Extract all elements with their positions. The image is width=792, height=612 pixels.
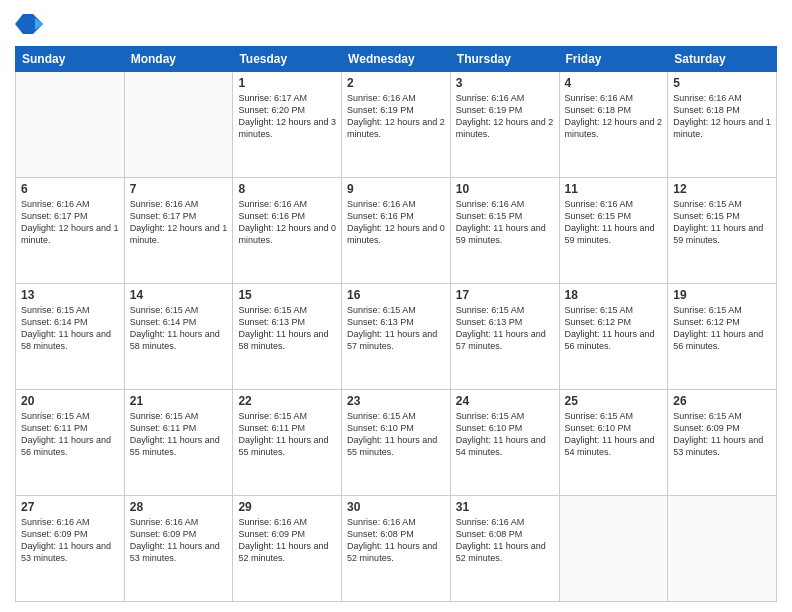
day-info: Sunrise: 6:15 AM Sunset: 6:10 PM Dayligh… xyxy=(565,410,663,459)
calendar-week-2: 13Sunrise: 6:15 AM Sunset: 6:14 PM Dayli… xyxy=(16,284,777,390)
calendar-cell: 16Sunrise: 6:15 AM Sunset: 6:13 PM Dayli… xyxy=(342,284,451,390)
calendar-cell: 31Sunrise: 6:16 AM Sunset: 6:08 PM Dayli… xyxy=(450,496,559,602)
header xyxy=(15,10,777,38)
day-info: Sunrise: 6:16 AM Sunset: 6:08 PM Dayligh… xyxy=(456,516,554,565)
day-number: 16 xyxy=(347,288,445,302)
day-number: 21 xyxy=(130,394,228,408)
calendar-cell: 20Sunrise: 6:15 AM Sunset: 6:11 PM Dayli… xyxy=(16,390,125,496)
calendar-header-row: SundayMondayTuesdayWednesdayThursdayFrid… xyxy=(16,47,777,72)
calendar-cell: 27Sunrise: 6:16 AM Sunset: 6:09 PM Dayli… xyxy=(16,496,125,602)
day-info: Sunrise: 6:16 AM Sunset: 6:16 PM Dayligh… xyxy=(347,198,445,247)
day-number: 22 xyxy=(238,394,336,408)
day-info: Sunrise: 6:16 AM Sunset: 6:19 PM Dayligh… xyxy=(347,92,445,141)
calendar-cell xyxy=(124,72,233,178)
day-number: 31 xyxy=(456,500,554,514)
day-info: Sunrise: 6:15 AM Sunset: 6:14 PM Dayligh… xyxy=(130,304,228,353)
day-info: Sunrise: 6:15 AM Sunset: 6:13 PM Dayligh… xyxy=(347,304,445,353)
calendar-cell: 1Sunrise: 6:17 AM Sunset: 6:20 PM Daylig… xyxy=(233,72,342,178)
calendar-week-0: 1Sunrise: 6:17 AM Sunset: 6:20 PM Daylig… xyxy=(16,72,777,178)
calendar-cell: 24Sunrise: 6:15 AM Sunset: 6:10 PM Dayli… xyxy=(450,390,559,496)
day-number: 10 xyxy=(456,182,554,196)
calendar-cell: 17Sunrise: 6:15 AM Sunset: 6:13 PM Dayli… xyxy=(450,284,559,390)
svg-marker-1 xyxy=(35,18,43,30)
day-number: 24 xyxy=(456,394,554,408)
calendar-cell: 10Sunrise: 6:16 AM Sunset: 6:15 PM Dayli… xyxy=(450,178,559,284)
day-info: Sunrise: 6:15 AM Sunset: 6:14 PM Dayligh… xyxy=(21,304,119,353)
calendar-week-3: 20Sunrise: 6:15 AM Sunset: 6:11 PM Dayli… xyxy=(16,390,777,496)
day-info: Sunrise: 6:15 AM Sunset: 6:10 PM Dayligh… xyxy=(347,410,445,459)
calendar-cell: 19Sunrise: 6:15 AM Sunset: 6:12 PM Dayli… xyxy=(668,284,777,390)
day-number: 30 xyxy=(347,500,445,514)
calendar-cell xyxy=(559,496,668,602)
calendar-cell: 21Sunrise: 6:15 AM Sunset: 6:11 PM Dayli… xyxy=(124,390,233,496)
calendar-cell: 30Sunrise: 6:16 AM Sunset: 6:08 PM Dayli… xyxy=(342,496,451,602)
day-number: 5 xyxy=(673,76,771,90)
column-header-thursday: Thursday xyxy=(450,47,559,72)
day-info: Sunrise: 6:15 AM Sunset: 6:10 PM Dayligh… xyxy=(456,410,554,459)
calendar-cell xyxy=(668,496,777,602)
day-info: Sunrise: 6:16 AM Sunset: 6:16 PM Dayligh… xyxy=(238,198,336,247)
day-info: Sunrise: 6:16 AM Sunset: 6:08 PM Dayligh… xyxy=(347,516,445,565)
calendar-cell: 15Sunrise: 6:15 AM Sunset: 6:13 PM Dayli… xyxy=(233,284,342,390)
day-info: Sunrise: 6:16 AM Sunset: 6:09 PM Dayligh… xyxy=(21,516,119,565)
column-header-tuesday: Tuesday xyxy=(233,47,342,72)
day-info: Sunrise: 6:16 AM Sunset: 6:15 PM Dayligh… xyxy=(456,198,554,247)
day-info: Sunrise: 6:16 AM Sunset: 6:19 PM Dayligh… xyxy=(456,92,554,141)
day-info: Sunrise: 6:16 AM Sunset: 6:17 PM Dayligh… xyxy=(130,198,228,247)
day-number: 17 xyxy=(456,288,554,302)
day-info: Sunrise: 6:15 AM Sunset: 6:11 PM Dayligh… xyxy=(21,410,119,459)
day-info: Sunrise: 6:15 AM Sunset: 6:13 PM Dayligh… xyxy=(238,304,336,353)
day-number: 29 xyxy=(238,500,336,514)
calendar-cell xyxy=(16,72,125,178)
column-header-friday: Friday xyxy=(559,47,668,72)
day-info: Sunrise: 6:15 AM Sunset: 6:09 PM Dayligh… xyxy=(673,410,771,459)
calendar-cell: 3Sunrise: 6:16 AM Sunset: 6:19 PM Daylig… xyxy=(450,72,559,178)
day-info: Sunrise: 6:16 AM Sunset: 6:18 PM Dayligh… xyxy=(673,92,771,141)
calendar-cell: 22Sunrise: 6:15 AM Sunset: 6:11 PM Dayli… xyxy=(233,390,342,496)
day-info: Sunrise: 6:15 AM Sunset: 6:12 PM Dayligh… xyxy=(565,304,663,353)
calendar-week-4: 27Sunrise: 6:16 AM Sunset: 6:09 PM Dayli… xyxy=(16,496,777,602)
calendar-cell: 6Sunrise: 6:16 AM Sunset: 6:17 PM Daylig… xyxy=(16,178,125,284)
day-number: 7 xyxy=(130,182,228,196)
calendar-cell: 29Sunrise: 6:16 AM Sunset: 6:09 PM Dayli… xyxy=(233,496,342,602)
logo-icon xyxy=(15,10,43,38)
day-number: 25 xyxy=(565,394,663,408)
calendar-cell: 12Sunrise: 6:15 AM Sunset: 6:15 PM Dayli… xyxy=(668,178,777,284)
calendar-week-1: 6Sunrise: 6:16 AM Sunset: 6:17 PM Daylig… xyxy=(16,178,777,284)
day-number: 11 xyxy=(565,182,663,196)
day-number: 1 xyxy=(238,76,336,90)
day-info: Sunrise: 6:16 AM Sunset: 6:18 PM Dayligh… xyxy=(565,92,663,141)
logo xyxy=(15,10,47,38)
calendar-cell: 5Sunrise: 6:16 AM Sunset: 6:18 PM Daylig… xyxy=(668,72,777,178)
calendar-cell: 23Sunrise: 6:15 AM Sunset: 6:10 PM Dayli… xyxy=(342,390,451,496)
day-number: 2 xyxy=(347,76,445,90)
calendar-cell: 11Sunrise: 6:16 AM Sunset: 6:15 PM Dayli… xyxy=(559,178,668,284)
day-number: 12 xyxy=(673,182,771,196)
calendar-cell: 8Sunrise: 6:16 AM Sunset: 6:16 PM Daylig… xyxy=(233,178,342,284)
calendar-cell: 4Sunrise: 6:16 AM Sunset: 6:18 PM Daylig… xyxy=(559,72,668,178)
day-number: 15 xyxy=(238,288,336,302)
column-header-wednesday: Wednesday xyxy=(342,47,451,72)
day-number: 27 xyxy=(21,500,119,514)
calendar-cell: 18Sunrise: 6:15 AM Sunset: 6:12 PM Dayli… xyxy=(559,284,668,390)
day-info: Sunrise: 6:16 AM Sunset: 6:09 PM Dayligh… xyxy=(130,516,228,565)
day-number: 8 xyxy=(238,182,336,196)
day-info: Sunrise: 6:16 AM Sunset: 6:09 PM Dayligh… xyxy=(238,516,336,565)
day-number: 23 xyxy=(347,394,445,408)
day-number: 13 xyxy=(21,288,119,302)
day-info: Sunrise: 6:15 AM Sunset: 6:15 PM Dayligh… xyxy=(673,198,771,247)
day-number: 20 xyxy=(21,394,119,408)
day-number: 14 xyxy=(130,288,228,302)
column-header-saturday: Saturday xyxy=(668,47,777,72)
day-info: Sunrise: 6:17 AM Sunset: 6:20 PM Dayligh… xyxy=(238,92,336,141)
day-number: 4 xyxy=(565,76,663,90)
day-info: Sunrise: 6:15 AM Sunset: 6:13 PM Dayligh… xyxy=(456,304,554,353)
page: SundayMondayTuesdayWednesdayThursdayFrid… xyxy=(0,0,792,612)
day-info: Sunrise: 6:15 AM Sunset: 6:11 PM Dayligh… xyxy=(238,410,336,459)
day-number: 19 xyxy=(673,288,771,302)
calendar-table: SundayMondayTuesdayWednesdayThursdayFrid… xyxy=(15,46,777,602)
day-number: 9 xyxy=(347,182,445,196)
calendar-cell: 2Sunrise: 6:16 AM Sunset: 6:19 PM Daylig… xyxy=(342,72,451,178)
day-info: Sunrise: 6:16 AM Sunset: 6:17 PM Dayligh… xyxy=(21,198,119,247)
day-number: 28 xyxy=(130,500,228,514)
